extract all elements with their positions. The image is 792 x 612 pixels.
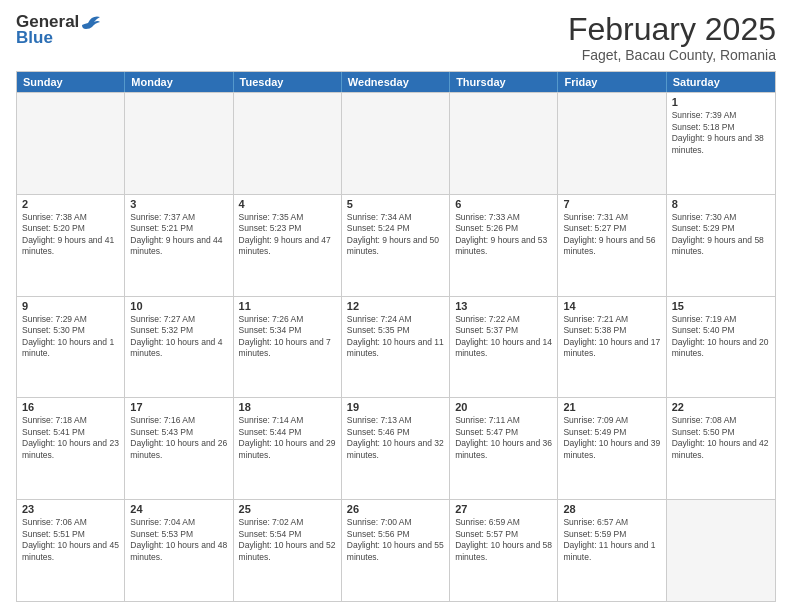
calendar-week-2: 9Sunrise: 7:29 AM Sunset: 5:30 PM Daylig… bbox=[17, 296, 775, 398]
calendar-cell-0-3 bbox=[342, 93, 450, 194]
calendar-week-3: 16Sunrise: 7:18 AM Sunset: 5:41 PM Dayli… bbox=[17, 397, 775, 499]
logo: General Blue bbox=[16, 12, 103, 48]
calendar-cell-4-6 bbox=[667, 500, 775, 601]
day-info: Sunrise: 7:14 AM Sunset: 5:44 PM Dayligh… bbox=[239, 415, 336, 461]
day-info: Sunrise: 7:39 AM Sunset: 5:18 PM Dayligh… bbox=[672, 110, 770, 156]
calendar-cell-3-3: 19Sunrise: 7:13 AM Sunset: 5:46 PM Dayli… bbox=[342, 398, 450, 499]
day-number: 9 bbox=[22, 300, 119, 312]
day-number: 4 bbox=[239, 198, 336, 210]
day-number: 11 bbox=[239, 300, 336, 312]
calendar-cell-2-6: 15Sunrise: 7:19 AM Sunset: 5:40 PM Dayli… bbox=[667, 297, 775, 398]
day-number: 15 bbox=[672, 300, 770, 312]
day-number: 5 bbox=[347, 198, 444, 210]
day-number: 2 bbox=[22, 198, 119, 210]
calendar-cell-0-1 bbox=[125, 93, 233, 194]
day-info: Sunrise: 7:11 AM Sunset: 5:47 PM Dayligh… bbox=[455, 415, 552, 461]
day-number: 16 bbox=[22, 401, 119, 413]
day-info: Sunrise: 6:57 AM Sunset: 5:59 PM Dayligh… bbox=[563, 517, 660, 563]
day-info: Sunrise: 7:18 AM Sunset: 5:41 PM Dayligh… bbox=[22, 415, 119, 461]
calendar-cell-4-3: 26Sunrise: 7:00 AM Sunset: 5:56 PM Dayli… bbox=[342, 500, 450, 601]
calendar-cell-3-0: 16Sunrise: 7:18 AM Sunset: 5:41 PM Dayli… bbox=[17, 398, 125, 499]
day-info: Sunrise: 7:24 AM Sunset: 5:35 PM Dayligh… bbox=[347, 314, 444, 360]
day-info: Sunrise: 7:13 AM Sunset: 5:46 PM Dayligh… bbox=[347, 415, 444, 461]
calendar-cell-1-4: 6Sunrise: 7:33 AM Sunset: 5:26 PM Daylig… bbox=[450, 195, 558, 296]
day-info: Sunrise: 7:08 AM Sunset: 5:50 PM Dayligh… bbox=[672, 415, 770, 461]
calendar-cell-2-1: 10Sunrise: 7:27 AM Sunset: 5:32 PM Dayli… bbox=[125, 297, 233, 398]
calendar-cell-3-2: 18Sunrise: 7:14 AM Sunset: 5:44 PM Dayli… bbox=[234, 398, 342, 499]
day-number: 20 bbox=[455, 401, 552, 413]
day-number: 28 bbox=[563, 503, 660, 515]
day-info: Sunrise: 7:33 AM Sunset: 5:26 PM Dayligh… bbox=[455, 212, 552, 258]
day-info: Sunrise: 7:35 AM Sunset: 5:23 PM Dayligh… bbox=[239, 212, 336, 258]
calendar-cell-4-2: 25Sunrise: 7:02 AM Sunset: 5:54 PM Dayli… bbox=[234, 500, 342, 601]
day-number: 8 bbox=[672, 198, 770, 210]
day-number: 3 bbox=[130, 198, 227, 210]
calendar-cell-1-1: 3Sunrise: 7:37 AM Sunset: 5:21 PM Daylig… bbox=[125, 195, 233, 296]
calendar-cell-4-1: 24Sunrise: 7:04 AM Sunset: 5:53 PM Dayli… bbox=[125, 500, 233, 601]
calendar-title: February 2025 bbox=[568, 12, 776, 47]
day-number: 24 bbox=[130, 503, 227, 515]
day-number: 23 bbox=[22, 503, 119, 515]
calendar-cell-3-1: 17Sunrise: 7:16 AM Sunset: 5:43 PM Dayli… bbox=[125, 398, 233, 499]
calendar-week-1: 2Sunrise: 7:38 AM Sunset: 5:20 PM Daylig… bbox=[17, 194, 775, 296]
day-info: Sunrise: 7:29 AM Sunset: 5:30 PM Dayligh… bbox=[22, 314, 119, 360]
day-number: 13 bbox=[455, 300, 552, 312]
day-info: Sunrise: 7:02 AM Sunset: 5:54 PM Dayligh… bbox=[239, 517, 336, 563]
calendar-cell-1-0: 2Sunrise: 7:38 AM Sunset: 5:20 PM Daylig… bbox=[17, 195, 125, 296]
day-number: 17 bbox=[130, 401, 227, 413]
calendar-cell-2-0: 9Sunrise: 7:29 AM Sunset: 5:30 PM Daylig… bbox=[17, 297, 125, 398]
header-saturday: Saturday bbox=[667, 72, 775, 92]
day-info: Sunrise: 7:26 AM Sunset: 5:34 PM Dayligh… bbox=[239, 314, 336, 360]
day-info: Sunrise: 7:22 AM Sunset: 5:37 PM Dayligh… bbox=[455, 314, 552, 360]
header-monday: Monday bbox=[125, 72, 233, 92]
calendar-cell-1-6: 8Sunrise: 7:30 AM Sunset: 5:29 PM Daylig… bbox=[667, 195, 775, 296]
day-info: Sunrise: 7:38 AM Sunset: 5:20 PM Dayligh… bbox=[22, 212, 119, 258]
calendar-cell-2-5: 14Sunrise: 7:21 AM Sunset: 5:38 PM Dayli… bbox=[558, 297, 666, 398]
day-info: Sunrise: 7:00 AM Sunset: 5:56 PM Dayligh… bbox=[347, 517, 444, 563]
day-info: Sunrise: 7:37 AM Sunset: 5:21 PM Dayligh… bbox=[130, 212, 227, 258]
header-tuesday: Tuesday bbox=[234, 72, 342, 92]
day-info: Sunrise: 7:34 AM Sunset: 5:24 PM Dayligh… bbox=[347, 212, 444, 258]
day-info: Sunrise: 7:27 AM Sunset: 5:32 PM Dayligh… bbox=[130, 314, 227, 360]
calendar: Sunday Monday Tuesday Wednesday Thursday… bbox=[16, 71, 776, 602]
day-number: 25 bbox=[239, 503, 336, 515]
calendar-cell-3-5: 21Sunrise: 7:09 AM Sunset: 5:49 PM Dayli… bbox=[558, 398, 666, 499]
calendar-cell-2-2: 11Sunrise: 7:26 AM Sunset: 5:34 PM Dayli… bbox=[234, 297, 342, 398]
day-info: Sunrise: 7:04 AM Sunset: 5:53 PM Dayligh… bbox=[130, 517, 227, 563]
calendar-cell-2-4: 13Sunrise: 7:22 AM Sunset: 5:37 PM Dayli… bbox=[450, 297, 558, 398]
calendar-cell-0-5 bbox=[558, 93, 666, 194]
calendar-cell-0-4 bbox=[450, 93, 558, 194]
calendar-week-4: 23Sunrise: 7:06 AM Sunset: 5:51 PM Dayli… bbox=[17, 499, 775, 601]
day-number: 19 bbox=[347, 401, 444, 413]
calendar-cell-3-4: 20Sunrise: 7:11 AM Sunset: 5:47 PM Dayli… bbox=[450, 398, 558, 499]
calendar-cell-3-6: 22Sunrise: 7:08 AM Sunset: 5:50 PM Dayli… bbox=[667, 398, 775, 499]
calendar-cell-0-2 bbox=[234, 93, 342, 194]
calendar-cell-2-3: 12Sunrise: 7:24 AM Sunset: 5:35 PM Dayli… bbox=[342, 297, 450, 398]
day-info: Sunrise: 7:06 AM Sunset: 5:51 PM Dayligh… bbox=[22, 517, 119, 563]
logo-blue: Blue bbox=[16, 28, 53, 48]
title-section: February 2025 Faget, Bacau County, Roman… bbox=[568, 12, 776, 63]
day-number: 10 bbox=[130, 300, 227, 312]
header-thursday: Thursday bbox=[450, 72, 558, 92]
day-number: 14 bbox=[563, 300, 660, 312]
day-number: 26 bbox=[347, 503, 444, 515]
calendar-cell-1-2: 4Sunrise: 7:35 AM Sunset: 5:23 PM Daylig… bbox=[234, 195, 342, 296]
day-number: 22 bbox=[672, 401, 770, 413]
day-info: Sunrise: 7:09 AM Sunset: 5:49 PM Dayligh… bbox=[563, 415, 660, 461]
day-number: 7 bbox=[563, 198, 660, 210]
day-info: Sunrise: 6:59 AM Sunset: 5:57 PM Dayligh… bbox=[455, 517, 552, 563]
calendar-cell-0-6: 1Sunrise: 7:39 AM Sunset: 5:18 PM Daylig… bbox=[667, 93, 775, 194]
day-number: 1 bbox=[672, 96, 770, 108]
calendar-cell-0-0 bbox=[17, 93, 125, 194]
calendar-cell-4-5: 28Sunrise: 6:57 AM Sunset: 5:59 PM Dayli… bbox=[558, 500, 666, 601]
calendar-cell-4-4: 27Sunrise: 6:59 AM Sunset: 5:57 PM Dayli… bbox=[450, 500, 558, 601]
day-info: Sunrise: 7:19 AM Sunset: 5:40 PM Dayligh… bbox=[672, 314, 770, 360]
calendar-header: Sunday Monday Tuesday Wednesday Thursday… bbox=[17, 72, 775, 92]
calendar-cell-1-5: 7Sunrise: 7:31 AM Sunset: 5:27 PM Daylig… bbox=[558, 195, 666, 296]
calendar-cell-1-3: 5Sunrise: 7:34 AM Sunset: 5:24 PM Daylig… bbox=[342, 195, 450, 296]
page-header: General Blue February 2025 Faget, Bacau … bbox=[16, 12, 776, 63]
header-wednesday: Wednesday bbox=[342, 72, 450, 92]
day-number: 12 bbox=[347, 300, 444, 312]
day-info: Sunrise: 7:21 AM Sunset: 5:38 PM Dayligh… bbox=[563, 314, 660, 360]
day-number: 21 bbox=[563, 401, 660, 413]
